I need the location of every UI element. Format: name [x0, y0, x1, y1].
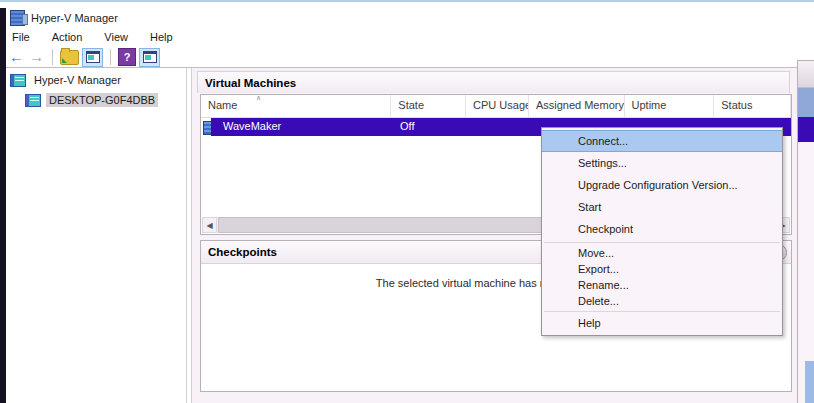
- menu-action[interactable]: Action: [48, 30, 93, 47]
- column-header-uptime[interactable]: Uptime: [625, 95, 715, 117]
- actions-pane-strip-bottom: [805, 361, 814, 403]
- properties-window-button[interactable]: [139, 48, 160, 67]
- navigation-tree: Hyper-V ManagerDESKTOP-G0F4DBB: [6, 68, 186, 403]
- menu-item-connect[interactable]: Connect...: [542, 130, 782, 152]
- column-header-status[interactable]: Status: [714, 95, 791, 117]
- vm-cell-name: WaveMaker: [223, 120, 281, 132]
- sidebar-item-label: DESKTOP-G0F4DBB: [46, 93, 158, 107]
- toolbar-separator: [52, 49, 53, 65]
- column-header-cpu-usage[interactable]: CPU Usage: [466, 95, 529, 117]
- virtual-machines-panel-header: Virtual Machines: [197, 71, 790, 93]
- menu-item-rename[interactable]: Rename...: [542, 277, 782, 293]
- actions-pane-header: [798, 61, 814, 88]
- properties-window-icon: [143, 51, 157, 63]
- menu-item-move[interactable]: Move...: [542, 245, 782, 261]
- window-title: Hyper-V Manager: [31, 12, 118, 24]
- menu-item-export[interactable]: Export...: [542, 261, 782, 277]
- column-header-state[interactable]: State: [391, 95, 466, 117]
- menu-item-delete[interactable]: Delete...: [542, 293, 782, 309]
- menu-item-help[interactable]: Help: [542, 314, 782, 332]
- scroll-left-icon[interactable]: ◀: [202, 217, 217, 233]
- menu-bar: FileActionViewHelp: [8, 30, 191, 47]
- vm-table-header: NameStateCPU UsageAssigned MemoryUptimeS…: [201, 95, 791, 118]
- menu-item-settings[interactable]: Settings...: [542, 152, 782, 174]
- checkpoints-title: Checkpoints: [201, 246, 277, 258]
- column-header-assigned-memory[interactable]: Assigned Memory: [529, 95, 625, 117]
- actions-pane-strip-blue: [798, 88, 814, 117]
- console-window-icon: [86, 51, 100, 63]
- toolbar-separator: [110, 49, 111, 65]
- sidebar-item-hyper-v-manager[interactable]: Hyper-V Manager: [6, 72, 186, 88]
- sidebar-item-desktop-g0f4dbb[interactable]: DESKTOP-G0F4DBB: [6, 92, 186, 108]
- hyper-v-manager-app-icon: [10, 10, 25, 26]
- menu-item-checkpoint[interactable]: Checkpoint: [542, 218, 782, 240]
- sort-ascending-icon: ∧: [256, 94, 261, 102]
- back-icon[interactable]: ←: [8, 48, 25, 66]
- window-top-border: [0, 0, 814, 2]
- menu-help[interactable]: Help: [146, 30, 183, 47]
- actions-pane-cutoff: [797, 60, 814, 403]
- title-bar: Hyper-V Manager: [10, 9, 118, 27]
- splitter[interactable]: [186, 68, 187, 403]
- hyperv-manager-icon: [10, 74, 26, 87]
- context-menu: Connect...Settings...Upgrade Configurati…: [541, 127, 783, 336]
- menu-separator: [544, 242, 780, 243]
- actions-pane-strip-purple: [798, 117, 814, 142]
- menu-separator: [544, 311, 780, 312]
- console-window-button[interactable]: [82, 48, 103, 67]
- help-icon[interactable]: ?: [118, 48, 136, 66]
- up-folder-icon[interactable]: [60, 50, 79, 65]
- menu-item-start[interactable]: Start: [542, 196, 782, 218]
- column-header-name[interactable]: Name: [201, 95, 391, 117]
- menu-item-upgrade-configuration-version[interactable]: Upgrade Configuration Version...: [542, 174, 782, 196]
- vm-cell-state: Off: [400, 120, 414, 132]
- menu-view[interactable]: View: [100, 30, 138, 47]
- sidebar-item-label: Hyper-V Manager: [31, 73, 124, 87]
- forward-icon[interactable]: →: [28, 48, 45, 66]
- virtual-machines-title: Virtual Machines: [198, 77, 296, 89]
- menu-file[interactable]: File: [8, 30, 40, 47]
- toolbar: ← → ?: [8, 47, 160, 67]
- host-computer-icon: [25, 94, 41, 107]
